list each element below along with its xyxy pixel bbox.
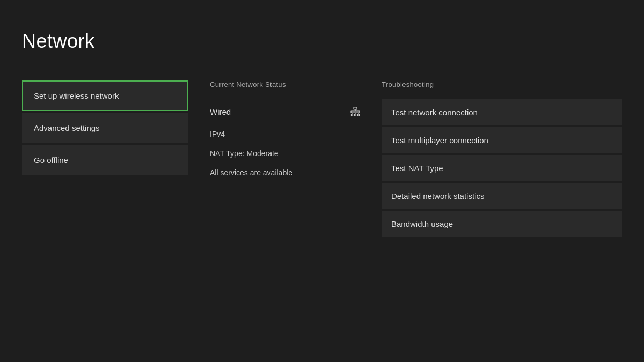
- troubleshoot-test-nat[interactable]: Test NAT Type: [382, 155, 622, 181]
- troubleshoot-test-network[interactable]: Test network connection: [382, 99, 622, 125]
- ip-version-label: IPv4: [210, 124, 360, 144]
- connection-type-label: Wired: [210, 107, 231, 116]
- menu-item-advanced-settings[interactable]: Advanced settings: [22, 113, 188, 143]
- nat-type-label: NAT Type: Moderate: [210, 144, 360, 163]
- troubleshooting-panel: Troubleshooting Test network connection …: [360, 80, 622, 239]
- svg-rect-2: [351, 111, 360, 113]
- troubleshoot-bandwidth[interactable]: Bandwidth usage: [382, 211, 622, 237]
- menu-item-go-offline[interactable]: Go offline: [22, 145, 188, 175]
- svg-rect-8: [358, 114, 360, 116]
- svg-rect-7: [355, 114, 356, 116]
- main-content: Set up wireless network Advanced setting…: [22, 80, 622, 239]
- menu-item-setup-wireless[interactable]: Set up wireless network: [22, 80, 188, 111]
- svg-rect-6: [352, 114, 353, 116]
- troubleshooting-section-title: Troubleshooting: [382, 80, 622, 88]
- network-status-panel: Current Network Status Wired IPv4: [188, 80, 360, 239]
- left-menu: Set up wireless network Advanced setting…: [22, 80, 188, 239]
- troubleshoot-test-multiplayer[interactable]: Test multiplayer connection: [382, 127, 622, 153]
- connection-type-row: Wired: [210, 99, 360, 124]
- network-status-section-title: Current Network Status: [210, 80, 360, 88]
- page-title: Network: [22, 30, 95, 53]
- troubleshoot-network-stats[interactable]: Detailed network statistics: [382, 183, 622, 209]
- ethernet-icon: [350, 107, 360, 116]
- svg-rect-0: [354, 107, 357, 109]
- services-status-label: All services are available: [210, 163, 360, 182]
